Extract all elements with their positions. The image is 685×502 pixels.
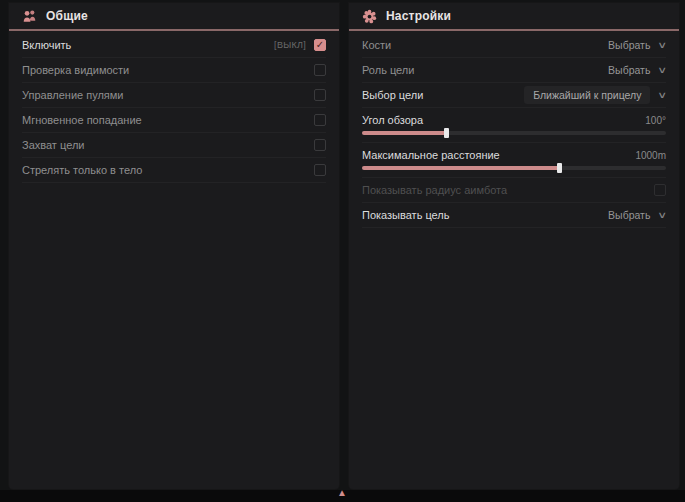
fov-slider[interactable] [362, 131, 666, 135]
fov-slider-thumb[interactable] [444, 128, 449, 138]
check-icon: ✓ [316, 40, 324, 50]
row-enable-checkbox[interactable]: ✓ [314, 39, 326, 51]
fov-slider-fill [362, 131, 447, 135]
max-distance-value: 1000m [635, 150, 666, 161]
row-visibility-check-checkbox[interactable] [314, 64, 326, 76]
general-panel-title: Общие [46, 9, 88, 23]
overlay-background: Общие Включить [ВЫКЛ] ✓ Проверка видимос… [0, 0, 685, 502]
chevron-down-icon: ∨ [658, 40, 668, 50]
settings-panel: Настройки Кости Выбрать ∨ Роль цели Выбр… [349, 3, 679, 489]
bones-dropdown-value: Выбрать [608, 39, 650, 51]
row-bullet-control-label: Управление пулями [22, 89, 124, 101]
row-show-target-label: Показывать цель [362, 209, 450, 221]
gear-icon [362, 9, 377, 24]
row-visibility-check: Проверка видимости [22, 58, 326, 83]
row-body-only-checkbox[interactable] [314, 164, 326, 176]
group-icon [22, 9, 37, 24]
settings-panel-title: Настройки [386, 9, 451, 23]
row-instant-hit-label: Мгновенное попадание [22, 114, 142, 126]
row-bullet-control-checkbox[interactable] [314, 89, 326, 101]
row-visibility-check-label: Проверка видимости [22, 64, 129, 76]
row-show-target: Показывать цель Выбрать ∨ [362, 203, 666, 228]
target-role-dropdown[interactable]: Выбрать ∨ [608, 64, 666, 76]
row-max-distance: Максимальное расстояние 1000m [362, 143, 666, 178]
row-fov: Угол обзора 100° [362, 108, 666, 143]
bones-dropdown[interactable]: Выбрать ∨ [608, 39, 666, 51]
row-instant-hit-checkbox[interactable] [314, 114, 326, 126]
target-role-dropdown-value: Выбрать [608, 64, 650, 76]
row-enable-hotkey: [ВЫКЛ] [274, 40, 306, 50]
row-max-distance-label: Максимальное расстояние [362, 149, 500, 161]
row-show-radius: Показывать радиус аимбота [362, 178, 666, 203]
row-enable: Включить [ВЫКЛ] ✓ [22, 33, 326, 58]
row-target-lock-label: Захват цели [22, 139, 84, 151]
chevron-down-icon: ∨ [658, 90, 668, 100]
general-panel-header: Общие [9, 3, 339, 29]
row-bones: Кости Выбрать ∨ [362, 33, 666, 58]
row-fov-label: Угол обзора [362, 114, 423, 126]
row-bullet-control: Управление пулями [22, 83, 326, 108]
show-target-dropdown-value: Выбрать [608, 209, 650, 221]
fov-value: 100° [645, 115, 666, 126]
row-target-select-label: Выбор цели [362, 89, 423, 101]
row-show-radius-label: Показывать радиус аимбота [362, 184, 507, 196]
row-bones-label: Кости [362, 39, 391, 51]
settings-panel-header: Настройки [349, 3, 679, 29]
max-distance-slider-thumb[interactable] [557, 163, 562, 173]
row-enable-label: Включить [22, 39, 71, 51]
scroll-up-indicator[interactable]: ▲ [330, 487, 354, 499]
row-body-only-label: Стрелять только в тело [22, 164, 142, 176]
show-target-dropdown[interactable]: Выбрать ∨ [608, 209, 666, 221]
row-target-lock-checkbox[interactable] [314, 139, 326, 151]
chevron-down-icon: ∨ [658, 210, 668, 220]
row-target-select: Выбор цели Ближайший к прицелу ∨ [362, 83, 666, 108]
max-distance-slider[interactable] [362, 166, 666, 170]
row-target-role-label: Роль цели [362, 64, 414, 76]
target-select-dropdown[interactable]: Ближайший к прицелу ∨ [524, 86, 666, 104]
row-body-only: Стрелять только в тело [22, 158, 326, 183]
row-target-role: Роль цели Выбрать ∨ [362, 58, 666, 83]
target-select-dropdown-value: Ближайший к прицелу [524, 86, 650, 104]
row-show-radius-checkbox[interactable] [654, 184, 666, 196]
row-target-lock: Захват цели [22, 133, 326, 158]
chevron-down-icon: ∨ [658, 65, 668, 75]
max-distance-slider-fill [362, 166, 560, 170]
row-instant-hit: Мгновенное попадание [22, 108, 326, 133]
general-panel: Общие Включить [ВЫКЛ] ✓ Проверка видимос… [9, 3, 339, 489]
